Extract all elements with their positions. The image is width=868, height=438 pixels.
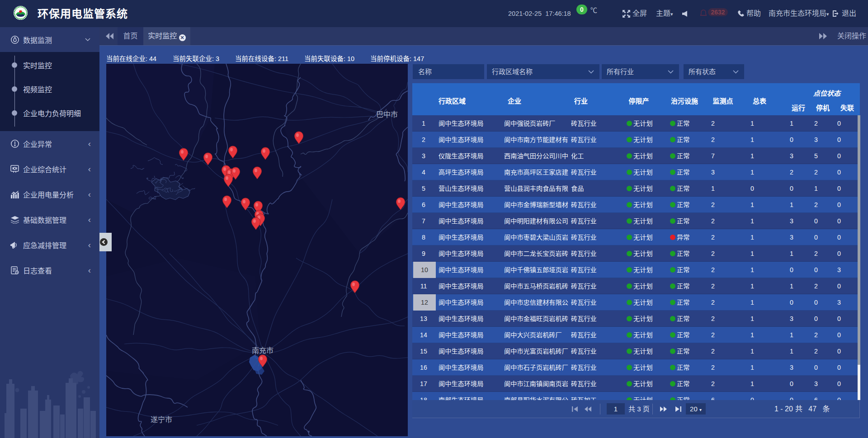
svg-text:遂宁市: 遂宁市	[151, 416, 172, 424]
svg-text:巴中市: 巴中市	[376, 111, 398, 118]
svg-text:南充市: 南充市	[252, 347, 274, 354]
